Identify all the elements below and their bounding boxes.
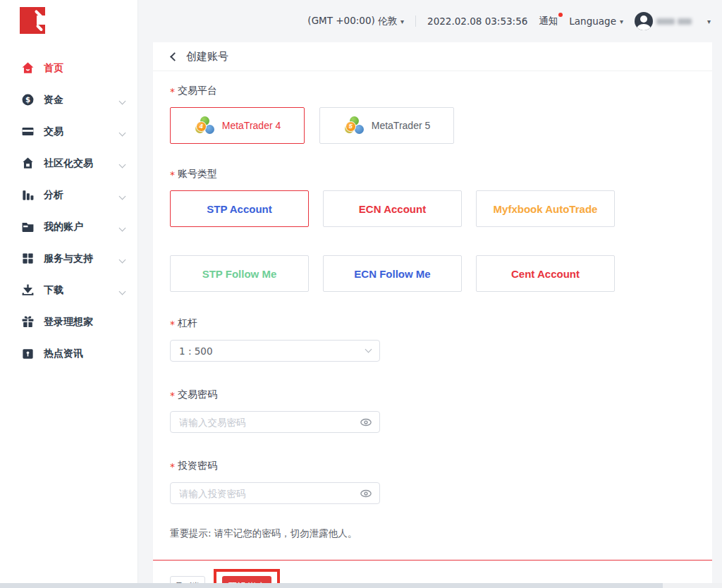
account-type-ecn[interactable]: ECN Account [323, 190, 462, 227]
trade-icon [21, 125, 35, 138]
timezone-label: (GMT +00:00) 伦敦 [307, 15, 397, 27]
caret-down-icon: ▾ [620, 18, 623, 25]
sidebar-item-label: 服务与支持 [44, 252, 93, 265]
create-account-card: 创建账号 * 交易平台 4 MetaTrader 4 5 MetaTrader … [153, 42, 712, 583]
password-note: 重要提示: 请牢记您的密码，切勿泄露他人。 [170, 527, 695, 540]
sidebar-item-analysis[interactable]: 分析 [0, 179, 137, 211]
account-type-stp-follow-me[interactable]: STP Follow Me [170, 255, 309, 292]
platform-option-label: MetaTrader 5 [372, 120, 431, 131]
sidebar-item-label: 社区化交易 [44, 157, 93, 170]
required-asterisk: * [170, 86, 175, 97]
sidebar-item-funds[interactable]: $ 资金 [0, 84, 137, 116]
account-type-label: * 账号类型 [170, 167, 695, 180]
notifications-label: 通知 [539, 15, 558, 26]
horizontal-scrollbar[interactable] [0, 583, 722, 588]
account-type-myfxbook-autotrade[interactable]: Myfxbook AutoTrade [476, 190, 615, 227]
sidebar-menu: 首页 $ 资金 交易 社区化交易 分析 [0, 52, 137, 369]
news-icon [21, 347, 35, 360]
user-menu-caret-icon[interactable]: ▾ [707, 18, 711, 25]
required-asterisk: * [170, 461, 175, 472]
sidebar-item-community-trade[interactable]: 社区化交易 [0, 147, 137, 179]
sidebar-item-label: 资金 [44, 94, 63, 106]
username-redacted [656, 18, 692, 25]
platform-option-label: MetaTrader 4 [222, 120, 281, 131]
account-type-ecn-follow-me[interactable]: ECN Follow Me [323, 255, 462, 292]
sidebar-item-ideal-home-login[interactable]: 登录理想家 [0, 306, 137, 338]
invest-password-label: * 投资密码 [170, 459, 695, 472]
analysis-icon [21, 188, 35, 202]
sidebar-item-label: 下载 [44, 284, 63, 297]
chevron-down-icon [120, 158, 125, 169]
svg-text:$: $ [25, 95, 30, 104]
account-type-cent[interactable]: Cent Account [476, 255, 615, 292]
server-datetime: 2022.02.08 03:53:56 [427, 16, 527, 27]
timezone-selector[interactable]: (GMT +00:00) 伦敦 ▾ [307, 15, 404, 27]
sidebar-item-label: 首页 [44, 62, 63, 75]
metatrader4-logo-icon: 4 [194, 116, 215, 135]
sidebar-item-label: 分析 [44, 189, 63, 202]
required-asterisk: * [170, 169, 175, 180]
page-header: 创建账号 [153, 42, 712, 71]
eye-icon[interactable] [360, 416, 372, 429]
sidebar-item-home[interactable]: 首页 [0, 52, 137, 84]
funds-icon: $ [21, 93, 35, 106]
community-icon [21, 157, 35, 170]
sidebar-item-label: 我的账户 [44, 221, 83, 233]
trade-password-input[interactable] [179, 417, 360, 428]
leverage-value: 1 : 500 [179, 345, 213, 357]
chevron-down-icon [120, 221, 125, 233]
sidebar-item-my-accounts[interactable]: 我的账户 [0, 211, 137, 243]
required-asterisk: * [170, 319, 175, 330]
sidebar-item-label: 交易 [44, 125, 63, 138]
chevron-down-icon [120, 126, 125, 137]
sidebar-item-support[interactable]: 服务与支持 [0, 243, 137, 274]
brand-logo[interactable] [20, 7, 45, 34]
invest-password-input[interactable] [179, 488, 360, 499]
platform-label: * 交易平台 [170, 84, 695, 97]
page-title: 创建账号 [186, 50, 228, 63]
metatrader5-logo-icon: 5 [343, 116, 365, 135]
invest-password-box [170, 482, 380, 504]
account-type-grid: STP Account ECN Account Myfxbook AutoTra… [170, 190, 695, 292]
caret-down-icon: ▾ [400, 18, 404, 25]
account-type-stp[interactable]: STP Account [170, 190, 309, 227]
sidebar-item-trade[interactable]: 交易 [0, 116, 137, 147]
leverage-label: * 杠杆 [170, 317, 695, 330]
home-icon [21, 61, 35, 75]
chevron-down-icon [120, 253, 125, 264]
chevron-down-icon [120, 94, 125, 106]
topbar-divider [415, 16, 416, 27]
user-menu[interactable] [635, 12, 692, 30]
accounts-icon [21, 220, 35, 233]
back-icon[interactable] [170, 52, 179, 61]
sidebar-item-label: 登录理想家 [44, 316, 93, 329]
language-label: Language [569, 16, 616, 27]
footer-divider [153, 560, 712, 561]
download-icon [21, 283, 35, 297]
platform-option-mt4[interactable]: 4 MetaTrader 4 [170, 107, 305, 144]
required-asterisk: * [170, 390, 175, 401]
eye-icon[interactable] [360, 487, 372, 500]
sidebar-item-hot-news[interactable]: 热点资讯 [0, 338, 137, 369]
notification-dot [558, 13, 563, 17]
chevron-down-icon [365, 346, 372, 353]
avatar [635, 12, 653, 30]
topbar: (GMT +00:00) 伦敦 ▾ 2022.02.08 03:53:56 通知… [138, 0, 722, 42]
language-selector[interactable]: Language ▾ [569, 16, 623, 27]
chevron-down-icon [120, 190, 125, 201]
trade-password-label: * 交易密码 [170, 388, 695, 401]
trade-password-box [170, 411, 380, 433]
leverage-select[interactable]: 1 : 500 [170, 340, 380, 362]
sidebar-item-label: 热点资讯 [44, 348, 83, 360]
platform-option-mt5[interactable]: 5 MetaTrader 5 [319, 107, 454, 144]
scrollbar-thumb[interactable] [0, 583, 663, 588]
sidebar: 首页 $ 资金 交易 社区化交易 分析 [0, 0, 138, 583]
chevron-down-icon [120, 285, 125, 296]
support-icon [21, 252, 35, 265]
sidebar-item-download[interactable]: 下载 [0, 274, 137, 306]
notifications-button[interactable]: 通知 [539, 15, 558, 27]
gift-icon [21, 315, 35, 329]
